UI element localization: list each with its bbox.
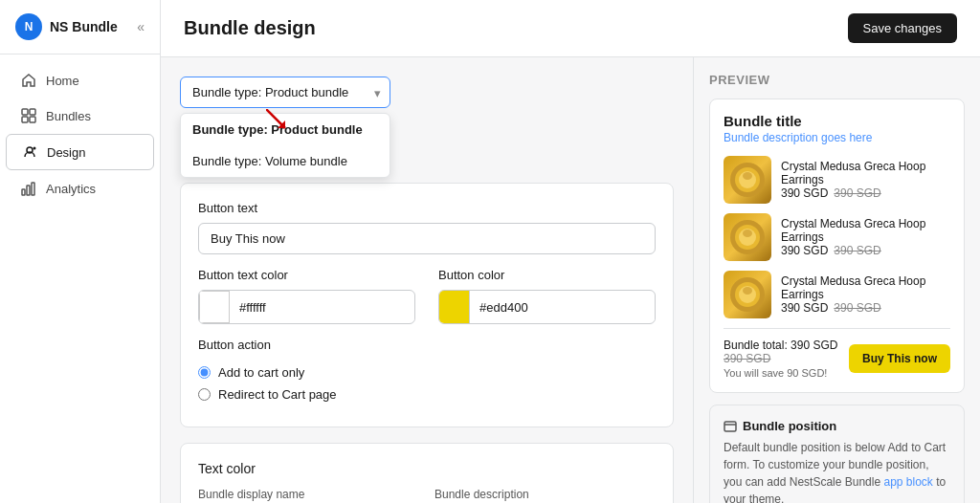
preview-product-2: Crystal Medusa Greca Hoop Earrings 390 S… bbox=[724, 213, 950, 261]
bundle-desc-label: Bundle description bbox=[434, 488, 656, 501]
main-body: Bundle type: Product bundle ▾ Bundle typ… bbox=[161, 57, 980, 503]
bundle-display-name-field: Bundle display name bbox=[198, 488, 419, 503]
svg-point-22 bbox=[743, 287, 752, 295]
color-row: Button text color Button color bbox=[198, 268, 656, 324]
preview-bundle-card: Bundle title Bundle description goes her… bbox=[709, 98, 965, 393]
dropdown-option-volume-bundle[interactable]: Bundle type: Volume bundle bbox=[181, 145, 390, 177]
save-changes-button[interactable]: Save changes bbox=[848, 13, 957, 43]
main-content: Bundle design Save changes Bundle type: … bbox=[161, 0, 980, 503]
svg-rect-2 bbox=[22, 117, 28, 122]
bundles-icon bbox=[21, 108, 36, 123]
product-info-3: Crystal Medusa Greca Hoop Earrings 390 S… bbox=[781, 274, 950, 315]
sidebar-item-bundles[interactable]: Bundles bbox=[6, 98, 154, 133]
svg-rect-1 bbox=[30, 109, 35, 115]
bundle-display-label: Bundle display name bbox=[198, 488, 419, 501]
sidebar-item-analytics-label: Analytics bbox=[46, 182, 96, 196]
preview-panel: Preview Bundle title Bundle description … bbox=[693, 57, 980, 503]
preview-product-1: Crystal Medusa Greca Hoop Earrings 390 S… bbox=[724, 156, 950, 204]
button-text-color-label: Button text color bbox=[198, 268, 415, 282]
position-icon bbox=[724, 420, 737, 433]
product-name-3: Crystal Medusa Greca Hoop Earrings bbox=[781, 274, 950, 301]
bundle-type-dropdown-container: Bundle type: Product bundle ▾ Bundle typ… bbox=[180, 77, 674, 108]
bundle-total-label: Bundle total: bbox=[724, 339, 788, 352]
button-color-swatch[interactable] bbox=[439, 291, 470, 323]
radio-redirect-label: Redirect to Cart page bbox=[218, 387, 337, 402]
sidebar-nav: Home Bundles Design bbox=[0, 55, 160, 503]
button-action-label: Button action bbox=[198, 338, 656, 352]
bundle-total-value: 390 SGD bbox=[791, 339, 837, 352]
radio-redirect[interactable]: Redirect to Cart page bbox=[198, 387, 656, 402]
bundle-type-dropdown[interactable]: Bundle type: Product bundle bbox=[180, 77, 390, 108]
dropdown-arrow-pointer bbox=[266, 109, 295, 141]
bundle-total-info: Bundle total: 390 SGD 390 SGD You will s… bbox=[724, 339, 849, 379]
product-old-price-3: 390 SGD bbox=[834, 301, 880, 315]
text-color-card: Text color Bundle display name Bundle de… bbox=[180, 443, 674, 503]
bundle-position-title: Bundle position bbox=[724, 419, 950, 433]
preview-bundle-footer: Bundle total: 390 SGD 390 SGD You will s… bbox=[724, 328, 950, 379]
bundle-total-text: Bundle total: 390 SGD 390 SGD bbox=[724, 339, 849, 365]
app-block-link[interactable]: app block bbox=[883, 475, 932, 489]
sidebar: N NS Bundle « Home Bundles bbox=[0, 0, 161, 503]
svg-point-5 bbox=[33, 147, 36, 150]
sidebar-item-analytics[interactable]: Analytics bbox=[6, 171, 154, 206]
svg-rect-23 bbox=[724, 422, 736, 431]
product-thumb-2 bbox=[724, 213, 771, 261]
sidebar-item-design[interactable]: Design bbox=[6, 134, 154, 170]
product-thumb-3 bbox=[724, 271, 771, 318]
product-price-3: 390 SGD bbox=[781, 301, 828, 315]
radio-add-to-cart-input[interactable] bbox=[198, 366, 211, 379]
product-old-price-1: 390 SGD bbox=[834, 186, 880, 200]
button-color-label: Button color bbox=[438, 268, 656, 282]
button-action-radio-group: Add to cart only Redirect to Cart page bbox=[198, 365, 656, 402]
home-icon bbox=[21, 73, 36, 88]
radio-redirect-input[interactable] bbox=[198, 388, 211, 401]
bundle-position-title-text: Bundle position bbox=[743, 419, 836, 433]
button-text-color-swatch[interactable] bbox=[199, 291, 230, 323]
product-info-1: Crystal Medusa Greca Hoop Earrings 390 S… bbox=[781, 160, 950, 200]
button-text-input[interactable] bbox=[198, 223, 656, 254]
text-color-grid: Bundle display name Bundle description bbox=[198, 488, 656, 503]
page-title: Bundle design bbox=[184, 17, 316, 39]
product-price-2: 390 SGD bbox=[781, 244, 828, 257]
logo-icon: N bbox=[15, 13, 42, 40]
design-panel: Bundle type: Product bundle ▾ Bundle typ… bbox=[161, 57, 693, 503]
product-old-price-2: 390 SGD bbox=[834, 244, 880, 257]
svg-point-14 bbox=[743, 172, 752, 180]
product-thumb-1 bbox=[724, 156, 771, 204]
button-text-label: Button text bbox=[198, 201, 656, 215]
sidebar-item-design-label: Design bbox=[47, 145, 85, 160]
button-color-hex[interactable] bbox=[470, 295, 655, 320]
button-color-field: Button color bbox=[438, 268, 656, 324]
bundle-total-old: 390 SGD bbox=[724, 352, 770, 365]
preview-title: Preview bbox=[709, 73, 965, 87]
product-info-2: Crystal Medusa Greca Hoop Earrings 390 S… bbox=[781, 217, 950, 257]
product-price-1: 390 SGD bbox=[781, 186, 828, 200]
sidebar-item-bundles-label: Bundles bbox=[46, 109, 91, 123]
preview-bundle-desc: Bundle description goes here bbox=[724, 131, 950, 144]
preview-bundle-title: Bundle title bbox=[724, 113, 950, 129]
radio-add-to-cart[interactable]: Add to cart only bbox=[198, 365, 656, 380]
main-header: Bundle design Save changes bbox=[161, 0, 980, 57]
svg-point-18 bbox=[743, 230, 752, 237]
sidebar-item-home-label: Home bbox=[46, 74, 79, 88]
svg-rect-7 bbox=[27, 186, 30, 195]
sidebar-collapse-button[interactable]: « bbox=[137, 19, 145, 34]
sidebar-logo: N NS Bundle « bbox=[0, 0, 160, 55]
product-name-1: Crystal Medusa Greca Hoop Earrings bbox=[781, 160, 950, 186]
logo-text: NS Bundle bbox=[50, 19, 118, 34]
svg-rect-0 bbox=[22, 109, 28, 115]
button-text-color-group bbox=[198, 290, 415, 324]
product-name-2: Crystal Medusa Greca Hoop Earrings bbox=[781, 217, 950, 244]
bundle-desc-field: Bundle description bbox=[434, 488, 656, 503]
bundle-position-description: Default bundle position is below Add to … bbox=[724, 439, 950, 503]
bundle-position-card: Bundle position Default bundle position … bbox=[709, 405, 965, 503]
radio-add-to-cart-label: Add to cart only bbox=[218, 365, 304, 380]
button-color-group bbox=[438, 290, 656, 324]
text-color-section-label: Text color bbox=[198, 461, 656, 476]
button-design-card: Button text Button text color Button col… bbox=[180, 183, 674, 427]
button-text-color-hex[interactable] bbox=[230, 295, 414, 320]
sidebar-item-home[interactable]: Home bbox=[6, 63, 154, 98]
preview-buy-button[interactable]: Buy This now bbox=[849, 344, 950, 373]
svg-rect-3 bbox=[30, 117, 35, 122]
svg-rect-6 bbox=[22, 189, 25, 195]
